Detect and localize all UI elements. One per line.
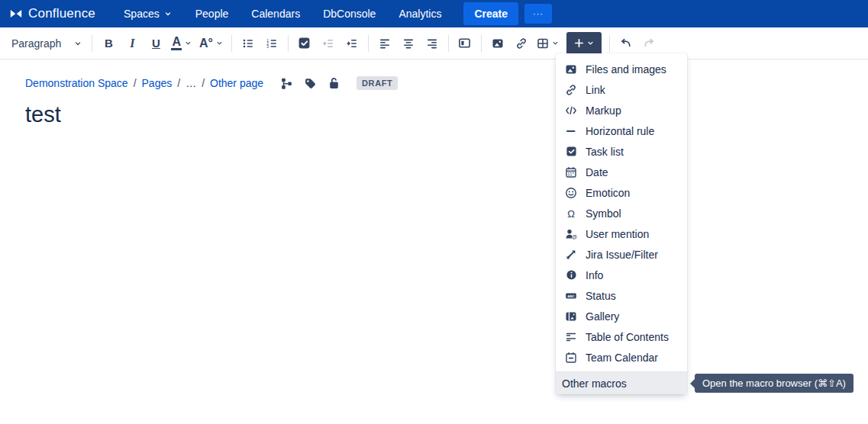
align-center-icon bbox=[402, 37, 415, 50]
outdent-button bbox=[317, 32, 340, 55]
toolbar-separator bbox=[481, 35, 482, 52]
labels-tag-icon[interactable] bbox=[303, 76, 317, 90]
menu-item-label: User mention bbox=[586, 228, 649, 240]
nav-item-people[interactable]: People bbox=[184, 0, 240, 27]
editor-body[interactable] bbox=[25, 127, 868, 371]
svg-text:ABC: ABC bbox=[567, 294, 575, 297]
menu-item-label: Team Calendar bbox=[586, 352, 658, 364]
editor-content: Demonstration Space / Pages / … / Other … bbox=[0, 59, 868, 371]
unlock-icon[interactable] bbox=[327, 76, 340, 90]
nav-item-calendars[interactable]: Calendars bbox=[240, 0, 311, 27]
toolbar-separator bbox=[231, 35, 232, 52]
task-list-icon bbox=[565, 146, 577, 158]
menu-item-markup[interactable]: Markup bbox=[556, 100, 687, 120]
chevron-down-icon bbox=[551, 39, 560, 47]
create-button[interactable]: Create bbox=[463, 2, 518, 25]
menu-footer: Other macros bbox=[556, 371, 687, 394]
files-and-images-icon bbox=[565, 63, 577, 75]
toolbar-separator bbox=[288, 35, 289, 52]
menu-item-label: Table of Contents bbox=[586, 331, 669, 343]
breadcrumb-item-other-page[interactable]: Other page bbox=[210, 77, 263, 89]
text-style-label: A° bbox=[199, 37, 213, 50]
menu-item-table-of-contents[interactable]: Table of Contents bbox=[556, 326, 687, 347]
menu-item-horizontal-rule[interactable]: Horizontal rule bbox=[556, 120, 687, 141]
logo-text: Confluence bbox=[28, 6, 95, 21]
numbered-list-button[interactable]: 123 bbox=[260, 32, 283, 55]
insert-table-dropdown[interactable] bbox=[534, 32, 563, 55]
page-title[interactable]: test bbox=[25, 102, 868, 127]
menu-item-jira-issue-filter[interactable]: Jira Issue/Filter bbox=[556, 244, 687, 265]
page-layout-icon bbox=[458, 37, 471, 50]
bold-button[interactable]: B bbox=[97, 32, 120, 55]
align-left-button[interactable] bbox=[373, 32, 396, 55]
macro-browser-tooltip: Open the macro browser (⌘⇧A) bbox=[695, 374, 853, 393]
nav-item-label: DbConsole bbox=[323, 8, 376, 20]
jira-icon bbox=[565, 249, 577, 261]
bullet-list-button[interactable] bbox=[237, 32, 260, 55]
chevron-down-icon bbox=[73, 39, 82, 48]
image-icon bbox=[492, 37, 504, 50]
menu-item-label: Info bbox=[586, 269, 603, 281]
menu-item-emoticon[interactable]: Emoticon bbox=[556, 182, 687, 203]
insert-dropdown-menu: Files and images Link Markup Horizontal … bbox=[556, 53, 687, 394]
align-right-button[interactable] bbox=[421, 32, 444, 55]
text-style-dropdown[interactable]: A° bbox=[196, 32, 227, 55]
emoticon-icon bbox=[565, 187, 577, 199]
breadcrumb-item-pages[interactable]: Pages bbox=[142, 77, 173, 89]
chevron-down-icon bbox=[586, 39, 595, 47]
toolbar-separator bbox=[92, 35, 92, 52]
page-tree-location-icon[interactable] bbox=[279, 76, 293, 90]
more-button[interactable]: ··· bbox=[524, 4, 552, 24]
markup-icon bbox=[565, 104, 577, 117]
menu-item-gallery[interactable]: Gallery bbox=[556, 306, 687, 326]
insert-image-button[interactable] bbox=[486, 32, 509, 55]
nav-item-label: People bbox=[195, 8, 229, 20]
menu-item-link[interactable]: Link bbox=[556, 79, 687, 100]
svg-text:Ω: Ω bbox=[567, 207, 575, 219]
svg-text:3: 3 bbox=[266, 44, 269, 49]
menu-item-user-mention[interactable]: @ User mention bbox=[556, 223, 687, 244]
numbered-list-icon: 123 bbox=[266, 37, 278, 50]
redo-icon bbox=[643, 37, 656, 50]
breadcrumb-item-space[interactable]: Demonstration Space bbox=[25, 77, 128, 89]
editor-toolbar: Paragraph B I U A A° 123 bbox=[0, 27, 868, 59]
menu-item-label: Markup bbox=[586, 104, 621, 117]
menu-item-task-list[interactable]: Task list bbox=[556, 141, 687, 162]
chevron-down-icon bbox=[215, 39, 224, 47]
insert-link-button[interactable] bbox=[510, 32, 533, 55]
date-icon bbox=[565, 166, 577, 178]
top-navbar: Confluence Spaces People Calendars DbCon… bbox=[0, 0, 868, 27]
insert-more-content-button[interactable] bbox=[566, 32, 602, 55]
link-icon bbox=[515, 37, 528, 50]
menu-item-symbol[interactable]: Ω Symbol bbox=[556, 203, 687, 223]
block-style-dropdown[interactable]: Paragraph bbox=[10, 32, 87, 55]
info-icon bbox=[565, 269, 577, 281]
nav-item-analytics[interactable]: Analytics bbox=[387, 0, 453, 27]
menu-item-other-macros[interactable]: Other macros bbox=[556, 372, 687, 394]
text-color-dropdown[interactable]: A bbox=[168, 32, 195, 55]
plus-icon bbox=[573, 37, 585, 49]
menu-item-date[interactable]: Date bbox=[556, 162, 687, 182]
menu-item-label: Emoticon bbox=[586, 187, 630, 199]
underline-button[interactable]: U bbox=[144, 32, 167, 55]
task-list-button[interactable] bbox=[293, 32, 316, 55]
page-layout-button[interactable] bbox=[453, 32, 476, 55]
text-color-label: A bbox=[171, 36, 182, 51]
menu-item-status[interactable]: ABC Status bbox=[556, 285, 687, 306]
nav-item-spaces[interactable]: Spaces bbox=[112, 0, 184, 27]
menu-item-files-and-images[interactable]: Files and images bbox=[556, 59, 687, 79]
menu-item-info[interactable]: Info bbox=[556, 265, 687, 285]
nav-item-dbconsole[interactable]: DbConsole bbox=[311, 0, 387, 27]
tooltip-text: Open the macro browser (⌘⇧A) bbox=[702, 377, 846, 389]
confluence-logo[interactable]: Confluence bbox=[9, 6, 95, 21]
align-center-button[interactable] bbox=[397, 32, 420, 55]
menu-item-team-calendar[interactable]: Team Calendar bbox=[556, 347, 687, 368]
block-style-label: Paragraph bbox=[11, 37, 61, 50]
menu-item-label: Jira Issue/Filter bbox=[586, 249, 658, 261]
menu-item-label: Date bbox=[586, 166, 608, 178]
undo-button[interactable] bbox=[615, 32, 637, 55]
indent-button[interactable] bbox=[340, 32, 363, 55]
breadcrumb-separator: / bbox=[177, 77, 180, 89]
breadcrumb-ellipsis[interactable]: … bbox=[186, 77, 196, 89]
italic-button[interactable]: I bbox=[121, 32, 144, 55]
